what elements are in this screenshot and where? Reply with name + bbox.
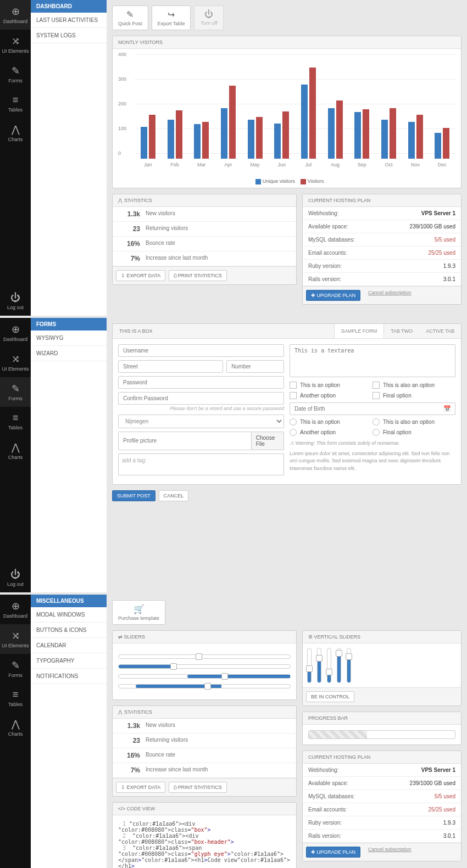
nav-ui-elements[interactable]: ⤨UI Elements — [0, 348, 31, 377]
export-data-button[interactable]: ⇩ EXPORT DATA — [116, 782, 165, 793]
choose-file-button[interactable]: Choose File — [252, 432, 284, 450]
slider-handle[interactable] — [306, 665, 313, 672]
number-input[interactable] — [226, 360, 284, 373]
radio[interactable] — [373, 429, 380, 436]
slider-handle[interactable] — [346, 653, 352, 660]
export-data-button[interactable]: ⇩ EXPORT DATA — [116, 270, 165, 281]
vertical-slider[interactable] — [347, 648, 351, 683]
tab-tab-two[interactable]: TAB TWO — [384, 324, 419, 338]
form-box: THIS IS A BOXSAMPLE FORMTAB TWOACTIVE TA… — [112, 323, 462, 485]
nav-forms[interactable]: ✎Forms — [0, 377, 31, 407]
tables-icon: ≡ — [0, 412, 31, 424]
submenu-item[interactable]: LAST USER ACTIVITIES — [31, 13, 107, 28]
cancel-subscription-link[interactable]: Cancel subscription — [368, 290, 412, 301]
iconbar: ⊕Dashboard⤨UI Elements✎Forms≡Tables⋀Char… — [0, 0, 31, 316]
vertical-slider[interactable] — [307, 648, 312, 683]
checkbox[interactable] — [373, 382, 380, 389]
cancel-button[interactable]: CANCEL — [159, 490, 189, 501]
confirm-password-input[interactable] — [118, 392, 284, 405]
slider[interactable] — [118, 674, 291, 679]
password-input[interactable] — [118, 376, 284, 389]
nav-forms[interactable]: ✎Forms — [0, 654, 31, 684]
submenu-item[interactable]: BUTTONS & ICONS — [31, 623, 107, 638]
checkbox[interactable] — [290, 392, 297, 399]
hosting-row: Available space:239/1000 GB used — [303, 220, 461, 233]
stat-row: 1.3kNew visitors — [113, 719, 296, 733]
nav-tables[interactable]: ≡Tables — [0, 89, 31, 118]
quick-post-button[interactable]: ✎Quick Post — [112, 5, 148, 30]
checkbox[interactable] — [290, 382, 297, 389]
nav-charts[interactable]: ⋀Charts — [0, 436, 31, 466]
submenu-item[interactable]: NOTIFICATIONS — [31, 669, 107, 684]
forms-icon: ✎ — [0, 383, 31, 395]
submenu-item[interactable]: SYSTEM LOGS — [31, 28, 107, 43]
submit-post-button[interactable]: SUBMIT POST — [112, 490, 155, 501]
nav-dashboard[interactable]: ⊕Dashboard — [0, 0, 31, 30]
box-header: ⋀STATISTICS — [113, 706, 296, 719]
password-help: Please don't be a retard and use a secur… — [118, 406, 284, 411]
upgrade-plan-button[interactable]: ✚ UPGRADE PLAN — [306, 847, 360, 858]
nav-ui-elements[interactable]: ⤨UI Elements — [0, 624, 31, 654]
bar-group: Sep — [348, 60, 375, 159]
nav-tables[interactable]: ≡Tables — [0, 684, 31, 713]
vertical-slider[interactable] — [337, 648, 341, 683]
cancel-subscription-link[interactable]: Cancel subscription — [368, 847, 412, 858]
tables-icon: ≡ — [0, 94, 31, 106]
purchase-template-button[interactable]: 🛒Purchase template — [112, 600, 165, 625]
nav-ui-elements[interactable]: ⤨UI Elements — [0, 30, 31, 59]
upgrade-plan-button[interactable]: ✚ UPGRADE PLAN — [306, 290, 360, 301]
radio[interactable] — [290, 429, 297, 436]
bar-group: Aug — [322, 60, 349, 159]
slider-handle[interactable] — [336, 650, 342, 657]
slider[interactable] — [118, 664, 291, 669]
nav-tables[interactable]: ≡Tables — [0, 407, 31, 436]
bar-group: Jun — [268, 60, 295, 159]
slider-handle[interactable] — [221, 673, 228, 680]
bar — [435, 133, 441, 159]
nav-dashboard[interactable]: ⊕Dashboard — [0, 318, 31, 348]
slider-handle[interactable] — [196, 653, 202, 660]
nav-charts[interactable]: ⋀Charts — [0, 118, 31, 148]
nav-forms[interactable]: ✎Forms — [0, 59, 31, 89]
submenu-item[interactable]: WYSIWYG — [31, 331, 107, 346]
submenu-item[interactable]: TYPOGRAPHY — [31, 653, 107, 669]
file-input[interactable] — [118, 432, 252, 450]
iconbar: ⊕Dashboard⤨UI Elements✎Forms≡Tables⋀Char… — [0, 318, 31, 592]
ui elements-icon: ⤨ — [0, 353, 31, 365]
submenu-item[interactable]: WIZARD — [31, 346, 107, 361]
print-statistics-button[interactable]: ⎙ PRINT STATISTICS — [169, 782, 227, 793]
street-input[interactable] — [118, 360, 223, 373]
nav-dashboard[interactable]: ⊕Dashboard — [0, 595, 31, 624]
username-input[interactable] — [118, 344, 284, 357]
nav-charts[interactable]: ⋀Charts — [0, 713, 31, 742]
slider[interactable] — [118, 684, 291, 688]
hosting-row: Ruby version:1.9.3 — [303, 260, 461, 273]
vertical-slider[interactable] — [327, 648, 331, 683]
be-in-control-button[interactable]: BE IN CONTROL — [306, 691, 354, 702]
tab-active-tab[interactable]: ACTIVE TAB — [419, 324, 461, 338]
submenu-item[interactable]: CALENDAR — [31, 638, 107, 653]
tag-input[interactable]: add a tag: — [118, 453, 284, 475]
tab-sample-form[interactable]: SAMPLE FORM — [334, 324, 385, 338]
signal-icon: ⋀ — [118, 198, 122, 203]
textarea-input[interactable] — [290, 344, 455, 377]
stat-row: 16%Bounce rate — [113, 748, 296, 763]
slider-handle[interactable] — [170, 663, 177, 670]
calendar-icon[interactable]: 📅 — [443, 405, 451, 412]
checkbox[interactable] — [373, 392, 380, 399]
submenu-item[interactable]: MODAL WINDOWS — [31, 607, 107, 623]
logout-button[interactable]: ⏻Log out — [0, 563, 31, 592]
slider-handle[interactable] — [326, 669, 332, 675]
print-statistics-button[interactable]: ⎙ PRINT STATISTICS — [169, 270, 227, 281]
dob-input[interactable] — [290, 402, 455, 415]
slider[interactable] — [118, 654, 291, 659]
slider-handle[interactable] — [316, 655, 323, 662]
slider-handle[interactable] — [204, 683, 211, 690]
export-table-button[interactable]: ↪Export Table — [152, 5, 191, 30]
city-select[interactable]: Nijmegen — [118, 415, 284, 428]
iconbar: ⊕Dashboard⤨UI Elements✎Forms≡Tables⋀Char… — [0, 595, 31, 868]
radio[interactable] — [373, 418, 380, 425]
logout-button[interactable]: ⏻Log out — [0, 287, 31, 316]
radio[interactable] — [290, 418, 297, 425]
vertical-slider[interactable] — [317, 648, 321, 683]
